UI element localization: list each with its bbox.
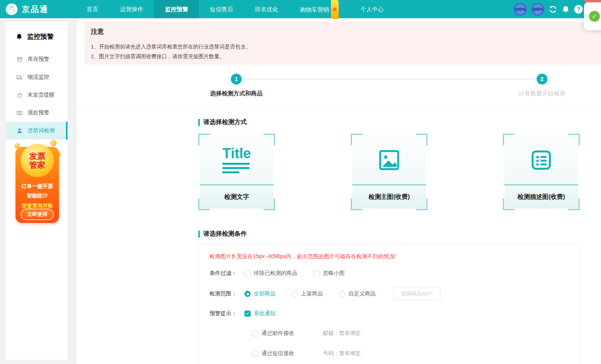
filter-row: 条件过滤： 排除已检测的商品 忽略小图 xyxy=(210,270,361,277)
option-label: 自定义商品 xyxy=(348,290,376,297)
success-check-icon xyxy=(589,11,600,22)
sidebar-item-stock-alert[interactable]: 库存预警 xyxy=(6,50,68,68)
checkbox-email-receive[interactable] xyxy=(252,330,258,336)
card-icon-area xyxy=(352,135,426,185)
invoice-promo-banner[interactable]: 发票 管家 订单一键开票 智能统计 便捷查询对账 立即使用 xyxy=(16,141,59,224)
sms-bind-status: 号码：暂未绑定 xyxy=(323,350,361,357)
sidebar-title: 监控预警 xyxy=(6,22,68,50)
image-icon xyxy=(377,148,401,172)
promo-text-main: 订单一键开票 智能统计 xyxy=(16,182,59,200)
checkbox-exclude-detected[interactable] xyxy=(244,270,251,276)
radio-listed-products[interactable] xyxy=(292,291,298,297)
app-logo[interactable]: 京品通 xyxy=(5,0,48,18)
card-detect-main-image[interactable]: 检测主图(收费) xyxy=(351,134,428,210)
email-bind-status: 邮箱：暂未绑定 xyxy=(323,330,361,337)
main-content: 注意 1、开始检测前请先进入违禁词库检查您所在的行业违禁词是否包含。 2、图片文… xyxy=(76,18,601,364)
refresh-icon[interactable] xyxy=(549,5,557,14)
option-label: 上架商品 xyxy=(301,290,323,297)
title-bar-accent xyxy=(198,231,200,238)
radio-all-products[interactable] xyxy=(244,291,251,297)
title-icon-word: Title xyxy=(222,147,251,160)
scope-row-label: 检测范围： xyxy=(210,290,244,297)
alert-row: 预警提示： 系统通知 xyxy=(210,310,292,317)
method-section-title-text: 请选择检测方式 xyxy=(203,118,247,126)
logo-icon xyxy=(5,3,18,16)
condition-box: 检测图片长宽应在15px~4096px内，超出范围的图片可能存在检测不到的情况!… xyxy=(198,244,580,364)
option-ignore-small-image[interactable]: 忽略小图 xyxy=(313,270,345,277)
card-detect-text[interactable]: Title 检测文字 xyxy=(198,134,275,210)
option-label: 排除已检测的商品 xyxy=(254,270,297,277)
method-section-title: 请选择检测方式 xyxy=(198,118,247,126)
card-detect-desc-image[interactable]: 检测描述图(收费) xyxy=(503,134,580,210)
option-label: 通过邮件接收 xyxy=(262,330,294,337)
checkbox-ignore-small-image[interactable] xyxy=(313,270,320,276)
title-icon-line xyxy=(222,167,249,169)
corner-bracket xyxy=(198,134,210,145)
nav-item-cart-marketing[interactable]: 购物车营销火 xyxy=(289,0,350,18)
option-email-receive[interactable]: 通过邮件接收 xyxy=(252,330,294,337)
step-2-circle: 2 xyxy=(537,74,547,85)
condition-section-title: 请选择检测条件 xyxy=(198,230,247,238)
main-nav: 首页 运营操作 监控预警 短信售后 排名优化 购物车营销火 个人中心 xyxy=(76,0,395,18)
top-header: 京品通 首页 运营操作 监控预警 短信售后 排名优化 购物车营销火 个人中心 1… xyxy=(0,0,601,18)
promo-card: 发票 管家 订单一键开票 智能统计 便捷查询对账 立即使用 xyxy=(16,147,59,223)
option-label: 忽略小图 xyxy=(323,270,345,277)
corner-bracket xyxy=(263,198,275,210)
option-sms-receive[interactable]: 通过短信接收 xyxy=(252,350,294,357)
radio-custom-products[interactable] xyxy=(339,291,345,297)
nav-item-operations[interactable]: 运营操作 xyxy=(109,0,154,18)
option-listed-products[interactable]: 上架商品 xyxy=(292,290,323,297)
step-1-circle: 1 xyxy=(231,74,242,85)
title-icon-line xyxy=(222,163,249,165)
promo-line1: 订单一键开票 xyxy=(16,182,59,191)
nav-item-sms-aftersale[interactable]: 短信售后 xyxy=(199,0,244,18)
checkbox-sms-receive[interactable] xyxy=(252,350,258,357)
option-custom-products[interactable]: 自定义商品 xyxy=(339,290,376,297)
nav-item-home[interactable]: 首页 xyxy=(76,0,109,18)
nav-item-personal-center[interactable]: 个人中心 xyxy=(350,0,395,18)
sidebar-title-label: 监控预警 xyxy=(27,32,54,41)
list-icon xyxy=(529,148,553,172)
bell-icon xyxy=(16,33,23,40)
nav-cart-marketing-label: 购物车营销 xyxy=(300,6,329,13)
notice-line-2: 2、图片文字扫描需调用收费接口，请按需充值图片数量。 xyxy=(91,52,601,61)
notification-bell-icon[interactable] xyxy=(561,5,570,14)
help-icon[interactable] xyxy=(574,5,583,14)
corner-bracket xyxy=(416,134,428,145)
nav-item-monitor-alert[interactable]: 监控预警 xyxy=(154,0,199,18)
promo-medal: 发票 管家 xyxy=(21,144,54,177)
step-1-label: 选择检测方式和商品 xyxy=(210,90,263,97)
sidebar-item-label: 物流监控 xyxy=(28,74,49,81)
option-system-notify[interactable]: 系统通知 xyxy=(244,310,275,317)
progress-badge-2[interactable]: 100% xyxy=(531,3,544,16)
step-connector-line xyxy=(236,79,542,79)
sidebar-item-banned-word-detect[interactable]: 违禁词检测 xyxy=(6,122,68,140)
sidebar-item-unshipped-reminder[interactable]: 未发货提醒 xyxy=(6,86,68,104)
alert-row-label: 预警提示： xyxy=(210,310,244,317)
bag-icon xyxy=(16,92,23,98)
promo-use-now-button[interactable]: 立即使用 xyxy=(21,209,54,220)
select-products-button[interactable]: 选择商品(0)个 xyxy=(393,288,440,300)
step-2-label: 计算数量开始检测 xyxy=(519,90,565,97)
section-divider xyxy=(76,107,601,108)
sidebar-item-refund-alert[interactable]: 退款预警 xyxy=(6,104,68,122)
checkbox-system-notify[interactable] xyxy=(244,311,251,317)
card-icon-area: Title xyxy=(200,135,274,185)
sidebar: 监控预警 库存预警 物流监控 未发货提醒 退款预警 违禁词检测 xyxy=(6,22,68,360)
nav-item-ranking[interactable]: 排名优化 xyxy=(244,0,289,18)
filter-row-label: 条件过滤： xyxy=(210,270,244,277)
sidebar-item-label: 库存预警 xyxy=(28,56,49,63)
option-all-products[interactable]: 全部商品 xyxy=(244,290,275,297)
sidebar-item-label: 退款预警 xyxy=(28,109,49,116)
option-exclude-detected[interactable]: 排除已检测的商品 xyxy=(244,270,297,277)
corner-bracket xyxy=(351,198,362,210)
box-icon xyxy=(16,56,23,63)
promo-medal-line1: 发票 xyxy=(29,152,45,160)
corner-bracket xyxy=(568,198,580,210)
sidebar-item-logistics-monitor[interactable]: 物流监控 xyxy=(6,68,68,86)
corner-bracket xyxy=(198,198,210,210)
card-label: 检测文字 xyxy=(200,185,274,209)
notice-title: 注意 xyxy=(91,27,601,36)
banknote-icon xyxy=(16,110,23,116)
progress-badge-1[interactable]: 100% xyxy=(514,3,527,16)
